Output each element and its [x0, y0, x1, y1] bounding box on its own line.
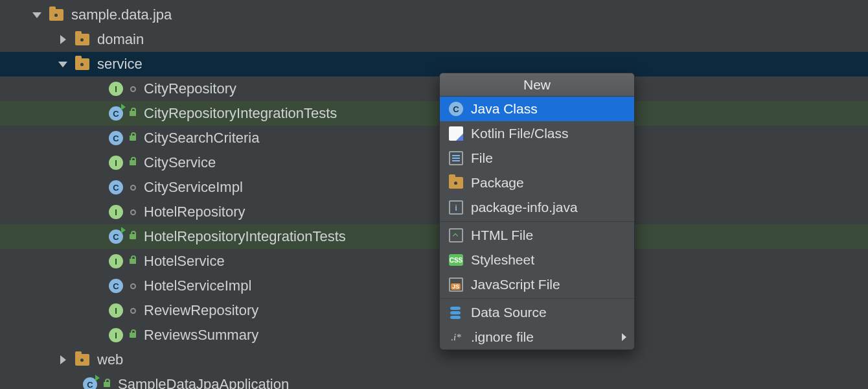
tree-row-web[interactable]: web	[0, 348, 868, 372]
tree-label: sample.data.jpa	[71, 6, 172, 23]
menu-item-ignore-file[interactable]: .i* .ignore file	[440, 325, 634, 349]
tree-label: HotelService	[144, 253, 225, 270]
tree-row-file[interactable]: I HotelService	[0, 249, 868, 274]
tree-row-file[interactable]: I ReviewsSummary	[0, 323, 868, 348]
kotlin-icon	[449, 126, 463, 141]
css-icon: CSS	[449, 254, 463, 266]
menu-item-label: Stylesheet	[471, 252, 534, 268]
class-icon: C	[109, 131, 123, 145]
scope-package-icon	[128, 86, 137, 92]
chevron-right-icon[interactable]	[57, 354, 69, 366]
scope-package-icon	[128, 185, 137, 191]
menu-title: New	[440, 73, 634, 97]
class-run-icon: C	[109, 106, 123, 121]
package-icon	[75, 58, 89, 70]
class-run-icon: C	[109, 230, 123, 244]
menu-item-package-info[interactable]: package-info.java	[440, 195, 634, 220]
interface-icon: I	[109, 156, 123, 170]
scope-lock-icon	[128, 259, 137, 264]
tree-label: SampleDataJpaApplication	[118, 376, 289, 389]
menu-item-html-file[interactable]: HTML File	[440, 223, 634, 248]
tree-label: ReviewsSummary	[144, 327, 258, 344]
chevron-right-icon[interactable]	[57, 34, 69, 45]
menu-item-file[interactable]: File	[440, 146, 634, 171]
scope-lock-icon	[128, 234, 137, 239]
menu-item-javascript-file[interactable]: JavaScript File	[440, 272, 634, 297]
scope-lock-icon	[128, 111, 137, 116]
submenu-arrow-icon	[622, 333, 626, 341]
class-icon: C	[109, 180, 123, 194]
database-icon	[449, 306, 463, 319]
project-tree: sample.data.jpa domain service I CityRep…	[0, 0, 868, 389]
class-icon: C	[109, 279, 123, 293]
tree-row-file[interactable]: C HotelRepositoryIntegrationTests	[0, 224, 868, 249]
package-icon	[75, 34, 89, 45]
menu-item-data-source[interactable]: Data Source	[440, 300, 634, 325]
menu-item-label: Kotlin File/Class	[471, 126, 569, 141]
tree-label: CityRepositoryIntegrationTests	[144, 105, 337, 122]
interface-icon: I	[109, 303, 123, 318]
menu-item-label: package-info.java	[471, 200, 578, 215]
new-context-menu: New C Java Class Kotlin File/Class File …	[439, 73, 635, 350]
chevron-down-icon[interactable]	[57, 58, 69, 70]
tree-row-file[interactable]: I ReviewRepository	[0, 298, 868, 323]
scope-lock-icon	[128, 160, 137, 165]
tree-row-file[interactable]: C CityRepositoryIntegrationTests	[0, 101, 868, 126]
scope-lock-icon	[128, 333, 137, 338]
menu-item-stylesheet[interactable]: CSS Stylesheet	[440, 248, 634, 272]
package-info-icon	[449, 200, 463, 215]
tree-row-domain[interactable]: domain	[0, 27, 868, 52]
menu-item-label: JavaScript File	[471, 277, 560, 292]
tree-label: CityService	[144, 154, 216, 171]
ignore-icon: .i*	[449, 330, 463, 344]
scope-lock-icon	[128, 136, 137, 141]
tree-label: domain	[97, 31, 144, 48]
scope-package-icon	[128, 308, 137, 314]
tree-row-service[interactable]: service	[0, 52, 868, 77]
tree-row-root[interactable]: sample.data.jpa	[0, 3, 868, 27]
tree-label: CitySearchCriteria	[144, 130, 260, 147]
tree-row-file[interactable]: C CitySearchCriteria	[0, 126, 868, 150]
menu-item-label: HTML File	[471, 228, 533, 243]
menu-item-java-class[interactable]: C Java Class	[440, 97, 634, 121]
file-icon	[449, 151, 463, 165]
interface-icon: I	[109, 82, 123, 96]
tree-label: HotelRepositoryIntegrationTests	[144, 228, 346, 245]
scope-package-icon	[128, 283, 137, 289]
class-icon: C	[449, 102, 463, 116]
menu-item-package[interactable]: Package	[440, 171, 634, 195]
package-icon	[75, 354, 89, 366]
interface-icon: I	[109, 328, 123, 342]
tree-row-file[interactable]: I CityService	[0, 150, 868, 175]
js-icon	[449, 277, 463, 292]
tree-row-file[interactable]: I HotelRepository	[0, 200, 868, 224]
tree-label: CityRepository	[144, 80, 236, 97]
menu-separator	[440, 298, 634, 299]
tree-label: ReviewRepository	[144, 302, 258, 319]
menu-item-label: Data Source	[471, 305, 547, 320]
tree-row-file[interactable]: C SampleDataJpaApplication	[0, 372, 868, 389]
interface-icon: I	[109, 254, 123, 268]
tree-label: HotelRepository	[144, 204, 246, 220]
menu-item-label: .ignore file	[471, 329, 534, 345]
scope-lock-icon	[102, 382, 111, 387]
scope-package-icon	[128, 209, 137, 215]
chevron-down-icon[interactable]	[31, 9, 43, 21]
interface-icon: I	[109, 205, 123, 219]
tree-row-file[interactable]: C HotelServiceImpl	[0, 274, 868, 298]
tree-label: service	[97, 56, 143, 73]
menu-item-label: Java Class	[471, 101, 538, 117]
tree-label: CityServiceImpl	[144, 179, 243, 196]
tree-label: HotelServiceImpl	[144, 277, 251, 294]
tree-row-file[interactable]: C CityServiceImpl	[0, 175, 868, 200]
menu-item-kotlin-file[interactable]: Kotlin File/Class	[440, 121, 634, 146]
class-run-icon: C	[83, 377, 97, 389]
menu-item-label: Package	[471, 175, 524, 191]
tree-row-file[interactable]: I CityRepository	[0, 77, 868, 101]
menu-item-label: File	[471, 150, 493, 166]
package-icon	[449, 176, 463, 190]
menu-separator	[440, 221, 634, 222]
package-icon	[49, 9, 63, 21]
html-icon	[449, 228, 463, 242]
tree-label: web	[97, 351, 123, 368]
